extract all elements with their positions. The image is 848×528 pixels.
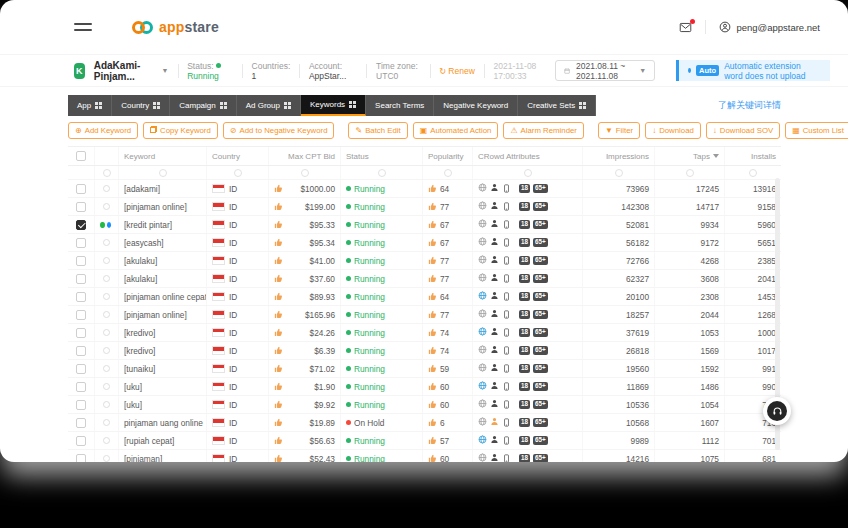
row-checkbox[interactable] [76,346,86,356]
table-row[interactable]: [kredit pintar] ID $95.33 Running 67 18 … [68,216,781,234]
column-filter-icon[interactable] [103,169,111,177]
row-checkbox[interactable] [76,256,86,266]
table-row[interactable]: [uku] ID $9.92 Running 60 18 65+ 10536 1… [68,396,781,414]
tab-country[interactable]: Country [112,95,170,116]
account-menu[interactable]: peng@appstare.net [719,21,820,33]
keyword-cell[interactable]: [pinjaman online] [119,306,207,323]
keyword-cell[interactable]: [kredit pintar] [119,216,207,233]
bid-value[interactable]: $89.93 [310,292,335,302]
row-checkbox[interactable] [76,310,86,320]
date-range-picker[interactable]: 2021.08.11 ~ 2021.11.08 ▼ [555,60,655,81]
keyword-cell[interactable]: [tunaiku] [119,360,207,377]
bid-value[interactable]: $24.26 [310,328,335,338]
bid-value[interactable]: $37.60 [310,274,335,284]
support-button[interactable] [763,397,791,425]
column-filter-icon[interactable] [615,169,623,177]
column-filter-icon[interactable] [686,169,694,177]
column-filter-icon[interactable] [749,169,757,177]
row-checkbox[interactable] [76,454,86,463]
alarm-reminder-button[interactable]: ⚠Alarm Reminder [503,122,584,139]
table-row[interactable]: [pinjaman] ID $52.43 Running 60 18 65+ 1… [68,450,781,462]
column-header-taps[interactable]: Taps [655,147,725,165]
table-row[interactable]: [tunaiku] ID $71.02 Running 59 18 65+ 19… [68,360,781,378]
table-row[interactable]: [kredivo] ID $24.26 Running 74 18 65+ 37… [68,324,781,342]
column-header-max-cpt-bid[interactable]: Max CPT Bid [269,147,341,165]
column-filter-icon[interactable] [301,169,309,177]
download-sov-button[interactable]: ↓Download SOV [706,122,780,139]
row-checkbox[interactable] [76,418,86,428]
app-name[interactable]: AdaKami-Pinjam... [94,60,153,82]
row-checkbox[interactable] [76,364,86,374]
table-row[interactable]: [uku] ID $1.90 Running 60 18 65+ 11869 1… [68,378,781,396]
keyword-cell[interactable]: pinjaman uang online [119,414,207,431]
tab-app[interactable]: App [68,95,112,116]
table-row[interactable]: [akulaku] ID $37.60 Running 77 18 65+ 62… [68,270,781,288]
column-header-status[interactable]: Status [341,147,423,165]
keyword-cell[interactable]: [kredivo] [119,324,207,341]
keyword-cell[interactable]: [akulaku] [119,270,207,287]
keyword-cell[interactable]: [adakami] [119,180,207,197]
table-row[interactable]: [pinjaman online] ID $165.96 Running 77 … [68,306,781,324]
column-header-installs[interactable]: Installs [725,147,781,165]
column-header-crowd-attributes[interactable]: CRowd Attributes [473,147,583,165]
table-row[interactable]: [adakami] ID $1000.00 Running 64 18 65+ … [68,180,781,198]
select-all-checkbox[interactable] [76,151,86,161]
keyword-cell[interactable]: [easycash] [119,234,207,251]
bid-value[interactable]: $71.02 [310,364,335,374]
bid-value[interactable]: $41.00 [310,256,335,266]
row-checkbox[interactable] [76,184,86,194]
table-row[interactable]: [rupiah cepat] ID $56.63 Running 57 18 6… [68,432,781,450]
tab-keywords[interactable]: Keywords [301,95,366,116]
menu-icon[interactable] [74,23,92,31]
keyword-cell[interactable]: [rupiah cepat] [119,432,207,449]
automated-action-button[interactable]: ▣Automated Action [413,122,499,139]
row-checkbox[interactable] [76,382,86,392]
bid-value[interactable]: $1000.00 [300,184,335,194]
table-row[interactable]: pinjaman uang online ID $19.89 On Hold 6… [68,414,781,432]
keyword-cell[interactable]: [akulaku] [119,252,207,269]
column-header-country[interactable]: Country [207,147,269,165]
keyword-cell[interactable]: [pinjaman online cepat] [119,288,207,305]
table-row[interactable]: [kredivo] ID $6.39 Running 74 18 65+ 268… [68,342,781,360]
download-button[interactable]: ↓Download [645,122,701,139]
keyword-help-link[interactable]: 了解关键词详情 [718,99,781,112]
brand-logo[interactable]: appstare [132,19,219,35]
keyword-cell[interactable]: [uku] [119,378,207,395]
row-checkbox[interactable] [76,274,86,284]
renew-button[interactable]: ↻Renew [439,66,475,76]
bid-value[interactable]: $56.63 [310,436,335,446]
tab-campaign[interactable]: Campaign [170,95,236,116]
column-filter-icon[interactable] [378,169,386,177]
table-row[interactable]: [pinjaman online cepat] ID $89.93 Runnin… [68,288,781,306]
mail-icon[interactable] [679,21,692,34]
add-keyword-button[interactable]: ⊕Add Keyword [68,122,138,139]
copy-keyword-button[interactable]: Copy Keyword [143,122,218,139]
bid-value[interactable]: $199.00 [305,202,335,212]
bid-value[interactable]: $165.96 [305,310,335,320]
keyword-cell[interactable]: [kredivo] [119,342,207,359]
bid-value[interactable]: $52.43 [310,454,335,463]
filter-button[interactable]: ▼Filter [598,122,640,139]
bid-value[interactable]: $6.39 [314,346,335,356]
row-checkbox[interactable] [76,436,86,446]
row-checkbox[interactable] [76,202,86,212]
row-checkbox[interactable] [76,220,86,230]
keyword-cell[interactable]: [uku] [119,396,207,413]
column-filter-icon[interactable] [234,169,242,177]
tab-creative-sets[interactable]: Creative Sets [518,95,596,116]
column-filter-icon[interactable] [159,169,167,177]
tab-ad-group[interactable]: Ad Group [237,95,301,116]
chevron-down-icon[interactable]: ▼ [162,67,169,74]
add-to-negative-keyword-button[interactable]: ⊘Add to Negative Keyword [223,122,335,139]
bid-value[interactable]: $1.90 [314,382,335,392]
keyword-cell[interactable]: [pinjaman] [119,450,207,462]
bid-value[interactable]: $19.89 [310,418,335,428]
tab-search-terms[interactable]: Search Terms [366,95,434,116]
keyword-cell[interactable]: [pinjaman online] [119,198,207,215]
row-checkbox[interactable] [76,400,86,410]
batch-edit-button[interactable]: ✎Batch Edit [348,122,407,139]
table-row[interactable]: [akulaku] ID $41.00 Running 77 18 65+ 72… [68,252,781,270]
column-header-keyword[interactable]: Keyword [119,147,207,165]
bid-value[interactable]: $95.33 [310,220,335,230]
row-checkbox[interactable] [76,238,86,248]
